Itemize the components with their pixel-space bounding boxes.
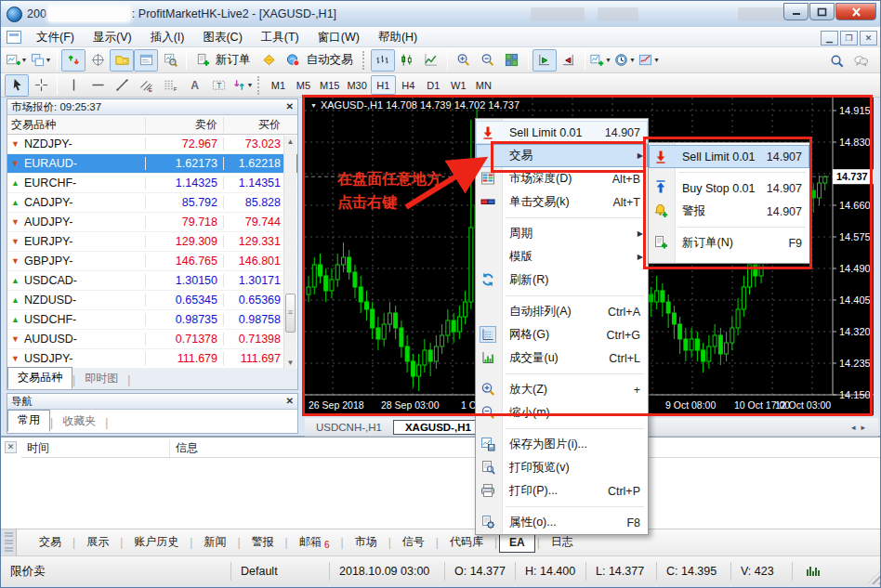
market-watch-button[interactable] xyxy=(61,49,85,72)
dropdown-arrow-icon[interactable]: ▼ xyxy=(21,57,28,63)
context-menu-item-刷新(R)[interactable]: 刷新(R) xyxy=(476,268,648,292)
menu-工具(T)[interactable]: 工具(T) xyxy=(252,28,309,47)
bottom-tab-警报[interactable]: 警报 xyxy=(243,531,283,553)
bottom-tab-账户历史[interactable]: 账户历史 xyxy=(125,531,188,553)
context-menu-item-保存为图片(i)...[interactable]: 保存为图片(i)... xyxy=(476,433,648,456)
timeframe-M1[interactable]: M1 xyxy=(266,75,291,95)
timeframe-M15[interactable]: M15 xyxy=(316,75,343,95)
chart-shift-button[interactable] xyxy=(557,49,581,72)
minimize-button[interactable] xyxy=(783,3,809,20)
data-window-button[interactable] xyxy=(85,49,110,72)
metaeditor-button[interactable] xyxy=(257,49,282,72)
templates-button[interactable]: ▼ xyxy=(638,49,662,72)
symbol-row-NZDUSD-[interactable]: ▲NZDUSD-0.653450.65369 xyxy=(7,291,297,310)
shapes-button[interactable]: ▼ xyxy=(230,74,255,97)
navigator-tab-收藏夹[interactable]: 收藏夹 xyxy=(53,412,105,432)
trade-submenu-item-新订单(N)[interactable]: 新订单(N)F9 xyxy=(649,231,809,255)
zoom-out-button[interactable] xyxy=(476,49,500,72)
context-menu-item-Sell Limit 0.01[interactable]: Sell Limit 0.0114.907 xyxy=(476,121,648,144)
chevron-down-icon[interactable]: ▼ xyxy=(310,102,317,109)
timeframe-MN[interactable]: MN xyxy=(471,75,496,95)
scroll-up-icon[interactable]: ▲ xyxy=(284,136,296,148)
restore-button[interactable] xyxy=(809,3,835,20)
column-header-ask[interactable]: 买价 xyxy=(223,117,284,133)
context-menu-item-模版[interactable]: 模版▶ xyxy=(476,245,648,268)
close-icon[interactable]: ✕ xyxy=(5,441,17,453)
context-menu-item-缩小(m)[interactable]: 缩小(m)- xyxy=(476,401,648,425)
hline-button[interactable] xyxy=(85,74,110,97)
autotrade-label[interactable]: 自动交易 xyxy=(307,52,353,68)
vline-button[interactable] xyxy=(61,74,85,97)
menu-帮助(H)[interactable]: 帮助(H) xyxy=(369,28,427,47)
symbol-row-GBPJPY-[interactable]: ▼GBPJPY-146.765146.801 xyxy=(7,252,297,271)
context-menu-item-打印预览(v)[interactable]: 打印预览(v) xyxy=(476,456,648,479)
chart-bars-button[interactable] xyxy=(371,49,395,72)
timeframe-D1[interactable]: D1 xyxy=(421,75,446,95)
context-menu-item-属性(o)...[interactable]: 属性(o)...F8 xyxy=(476,511,648,534)
dropdown-arrow-icon[interactable]: ▼ xyxy=(629,57,636,63)
dropdown-arrow-icon[interactable]: ▼ xyxy=(653,57,660,63)
context-menu-item-自动排列(A)[interactable]: 自动排列(A)Ctrl+A xyxy=(476,300,648,323)
trade-submenu-item-Buy Stop 0.01[interactable]: Buy Stop 0.0114.907 xyxy=(649,176,809,200)
bottom-tab-展示[interactable]: 展示 xyxy=(77,531,118,553)
tile-windows-button[interactable] xyxy=(500,49,524,72)
symbol-row-CADJPY-[interactable]: ▲CADJPY-85.79285.828 xyxy=(7,193,297,213)
symbol-row-EURAUD-[interactable]: ▼EURAUD-1.621731.62218 xyxy=(7,154,297,174)
auto-scroll-button[interactable] xyxy=(533,49,557,72)
scroll-down-icon[interactable]: ▼ xyxy=(284,357,296,369)
fibonacci-button[interactable]: F xyxy=(158,74,182,97)
bottom-tab-新闻[interactable]: 新闻 xyxy=(194,531,235,553)
chart-candles-button[interactable] xyxy=(395,49,419,72)
trade-submenu-item-Sell Limit 0.01[interactable]: Sell Limit 0.0114.907 xyxy=(649,145,809,168)
menu-显示(V)[interactable]: 显示(V) xyxy=(84,28,141,47)
market-watch-tab-交易品种[interactable]: 交易品种 xyxy=(7,367,72,389)
docked-tab-grip[interactable] xyxy=(1,529,17,555)
new-order-button[interactable] xyxy=(191,49,215,72)
crosshair-button[interactable] xyxy=(29,74,53,97)
timeframe-M30[interactable]: M30 xyxy=(343,75,370,95)
bottom-tab-邮箱[interactable]: 邮箱 6 xyxy=(290,531,339,553)
close-icon[interactable]: ✕ xyxy=(286,397,294,406)
profiles-button[interactable]: ▼ xyxy=(29,49,53,72)
context-menu-item-成交量(u)[interactable]: 成交量(u)Ctrl+L xyxy=(476,346,648,370)
channel-button[interactable]: E xyxy=(134,74,158,97)
trade-submenu-item-警报[interactable]: 警报14.907 xyxy=(649,200,809,223)
bottom-tab-交易[interactable]: 交易 xyxy=(30,531,71,553)
context-menu-item-放大(Z)[interactable]: 放大(Z)+ xyxy=(476,378,648,401)
timeframe-M5[interactable]: M5 xyxy=(291,75,316,95)
chat-button[interactable] xyxy=(848,49,873,72)
close-icon[interactable]: ✕ xyxy=(286,102,294,111)
symbol-row-USDCAD-[interactable]: ▲USDCAD-1.301501.30171 xyxy=(7,271,297,291)
close-button[interactable] xyxy=(835,3,876,20)
new-order-label[interactable]: 新订单 xyxy=(216,52,251,68)
symbol-row-EURCHF-[interactable]: ▲EURCHF-1.143251.14351 xyxy=(7,174,297,193)
resize-grip[interactable] xyxy=(867,571,880,584)
context-menu-item-打印(P)...[interactable]: 打印(P)...Ctrl+P xyxy=(476,479,648,503)
symbol-row-AUDJPY-[interactable]: ▼AUDJPY-79.71879.744 xyxy=(7,213,297,232)
market-watch-scrollbar[interactable]: ▲ ▼ xyxy=(283,136,296,369)
context-menu-item-网格(G)[interactable]: 网格(G)Ctrl+G xyxy=(476,323,648,346)
mdi-minimize-button[interactable]: ▁ xyxy=(821,31,838,46)
context-menu-item-交易[interactable]: 交易▶ xyxy=(476,144,648,167)
mdi-close-button[interactable]: ✕ xyxy=(860,31,877,46)
terminal-column-message[interactable]: 信息 xyxy=(170,439,512,457)
column-header-symbol[interactable]: 交易品种 xyxy=(7,117,145,133)
text-button[interactable]: A xyxy=(182,74,206,97)
dropdown-arrow-icon[interactable]: ▼ xyxy=(605,57,611,63)
cursor-button[interactable] xyxy=(5,74,29,97)
scrollbar-thumb[interactable] xyxy=(285,294,296,333)
bottom-tab-市场[interactable]: 市场 xyxy=(346,531,387,553)
context-menu-item-周期[interactable]: 周期▶ xyxy=(476,222,648,245)
autotrade-button[interactable] xyxy=(282,49,306,72)
menu-图表(C)[interactable]: 图表(C) xyxy=(193,28,251,47)
context-menu-item-单击交易(k)[interactable]: 单击交易(k)Alt+T xyxy=(476,190,648,214)
zoom-in-button[interactable] xyxy=(452,49,476,72)
symbol-row-USDJPY-[interactable]: ▼USDJPY-111.679111.697 xyxy=(7,349,297,369)
chart-tab-XAGUSD-,H1[interactable]: XAGUSD-,H1 xyxy=(393,420,483,435)
tester-button[interactable] xyxy=(158,49,182,72)
label-button[interactable]: T xyxy=(206,74,230,97)
timeframe-W1[interactable]: W1 xyxy=(446,75,471,95)
chart-tab-USDCNH-,H1[interactable]: USDCNH-,H1 xyxy=(305,421,393,434)
periods-button[interactable]: ▼ xyxy=(613,49,638,72)
timeframe-H1[interactable]: H1 xyxy=(371,75,396,95)
